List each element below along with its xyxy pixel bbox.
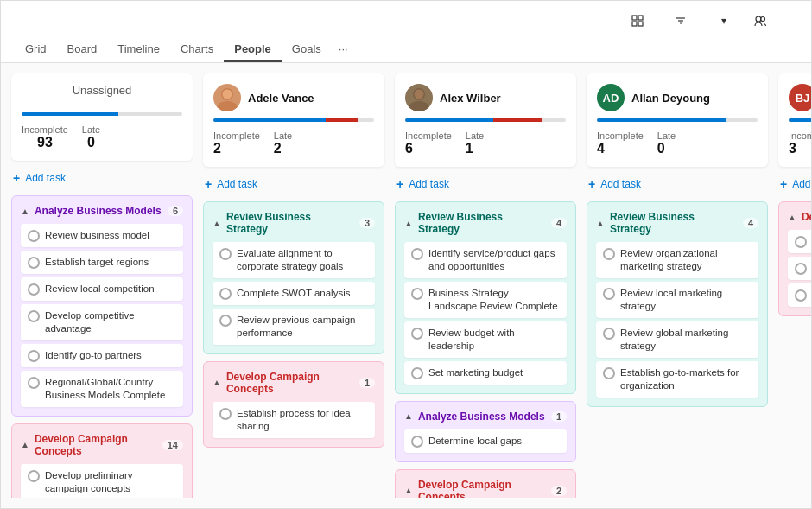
task-item[interactable]: Establish go-to-markets for organization [596,361,758,398]
task-item[interactable]: Develop competitive advantage [21,304,183,340]
tab-timeline[interactable]: Timeline [107,37,170,62]
bucket-title: Develop Ca... [802,211,811,223]
add-task-button[interactable]: +Add task [203,174,384,194]
group-by-button[interactable]: ▾ [711,11,733,30]
bucket-title: Review Business Strategy [418,211,546,235]
members-button[interactable] [747,11,777,30]
task-item[interactable]: Identify service/product gaps and opport… [404,242,567,278]
tab-goals[interactable]: Goals [282,37,332,62]
person-name-row: Unassigned [22,84,182,105]
svg-rect-2 [632,22,637,26]
person-name-row: Alex Wilber [405,84,566,111]
stats-row: Incomplete3 [789,130,811,156]
progress-late-segment [493,118,542,122]
task-label: Complete SWOT analysis [237,287,350,300]
column-scroll: ▲Review Business Strategy3Evaluate align… [203,201,384,498]
person-name-label: Alex Wilber [440,92,501,105]
bucket-chevron-icon[interactable]: ▲ [21,207,29,216]
stat-late: Late0 [657,130,676,156]
column-scroll: ▲Review Business Strategy4Identify servi… [395,201,576,498]
task-item[interactable]: Evaluate alignment to corporate strategy… [213,242,375,278]
filters-button[interactable] [668,11,697,30]
view-options-button[interactable] [625,11,654,30]
add-task-button[interactable]: +Add task [395,174,576,194]
task-item[interactable]: Review local marketing strategy [596,282,758,318]
bucket-count: 3 [359,218,375,228]
task-circle-icon [219,288,232,300]
task-item[interactable]: Set marketing budget [404,361,567,385]
task-item[interactable]: Review budget with leadership [404,321,567,358]
task-item[interactable]: Identify go-to partners [21,344,183,367]
bucket-chevron-icon[interactable]: ▲ [21,440,29,449]
tab-board[interactable]: Board [57,37,108,62]
task-item[interactable]: Research n... [788,257,811,280]
bucket-title: Review Business Strategy [226,211,354,235]
task-label: Business Strategy Landscape Review Compl… [428,287,560,313]
avatar [405,84,433,111]
add-task-button[interactable]: +Add task [587,174,768,194]
person-header-bj: BJBJIncomplete3 [778,73,811,167]
add-task-button[interactable]: +Add task [11,168,193,188]
bucket-count: 1 [551,411,567,422]
header: ▾ Grid Board Timeline Charts People Goal… [1,1,811,63]
task-circle-icon [795,236,807,248]
task-item[interactable]: Establish process for idea sharing [213,402,375,438]
bucket-count: 2 [551,486,567,496]
nav-more-button[interactable]: ··· [332,37,355,62]
task-item[interactable]: Complete SWOT analysis [213,282,375,305]
task-item[interactable]: Get appro... [788,283,811,307]
bucket-header: ▲Develop Campaign Concepts2 [404,479,567,498]
bucket-chevron-icon[interactable]: ▲ [213,378,221,387]
stats-row: Incomplete93Late0 [22,124,182,150]
stat-incomplete-label: Incomplete [597,130,644,141]
bucket-chevron-icon[interactable]: ▲ [404,411,413,421]
avatar: BJ [789,84,811,111]
column-scroll: ▲Develop Ca...Review ma... campaignResea… [778,201,811,498]
task-label: Establish target regions [45,256,149,269]
task-item[interactable]: Review organizational marketing strategy [596,242,758,278]
task-item[interactable]: Review local competition [21,277,183,301]
svg-point-14 [415,90,424,99]
progress-complete-segment [789,118,811,122]
bucket-chevron-icon[interactable]: ▲ [404,486,413,495]
task-item[interactable]: Review ma... campaign [788,230,811,253]
progress-late-segment [326,118,358,122]
person-column-bj: BJBJIncomplete3+Add task▲Develop Ca...Re… [778,73,811,498]
task-item[interactable]: Establish target regions [21,251,183,274]
bucket-title: Develop Campaign Concepts [35,433,157,457]
stat-incomplete-value: 2 [213,141,260,156]
stat-incomplete: Incomplete6 [405,130,452,156]
bucket-chevron-icon[interactable]: ▲ [596,219,605,228]
bucket-group: ▲Analyze Business Models6Review business… [11,195,193,417]
task-item[interactable]: Business Strategy Landscape Review Compl… [404,282,567,318]
progress-complete-segment [597,118,726,122]
stat-incomplete-label: Incomplete [405,130,452,141]
task-label: Review global marketing strategy [620,327,752,353]
task-label: Determine local gaps [428,435,522,448]
bucket-chevron-icon[interactable]: ▲ [788,213,796,222]
bucket-header: ▲Develop Campaign Concepts14 [21,433,183,457]
stat-late-value: 2 [274,141,292,156]
task-item[interactable]: Regional/Global/Country Business Models … [21,371,183,407]
add-task-button[interactable]: +Add task [778,174,811,194]
task-label: Review business model [45,229,149,242]
bucket-chevron-icon[interactable]: ▲ [213,219,221,228]
tab-grid[interactable]: Grid [15,37,57,62]
task-item[interactable]: Determine local gaps [404,429,567,453]
task-circle-icon [411,288,423,300]
task-item[interactable]: Review business model [21,224,183,247]
svg-rect-3 [638,22,643,26]
person-header-allan: ADAllan DeyoungIncomplete4Late0 [587,73,768,167]
tab-people[interactable]: People [224,37,282,62]
tab-charts[interactable]: Charts [170,37,224,62]
stat-late: Late1 [466,130,484,156]
stat-late: Late2 [274,130,292,156]
bucket-chevron-icon[interactable]: ▲ [404,219,413,228]
task-item[interactable]: Review previous campaign performance [213,309,375,345]
task-item[interactable]: Develop preliminary campaign concepts [21,464,183,498]
svg-point-10 [217,101,238,111]
bucket-header: ▲Analyze Business Models6 [21,205,183,217]
task-circle-icon [603,367,615,379]
person-column-unassigned: UnassignedIncomplete93Late0+Add task▲Ana… [11,73,193,498]
task-item[interactable]: Review global marketing strategy [596,321,758,358]
